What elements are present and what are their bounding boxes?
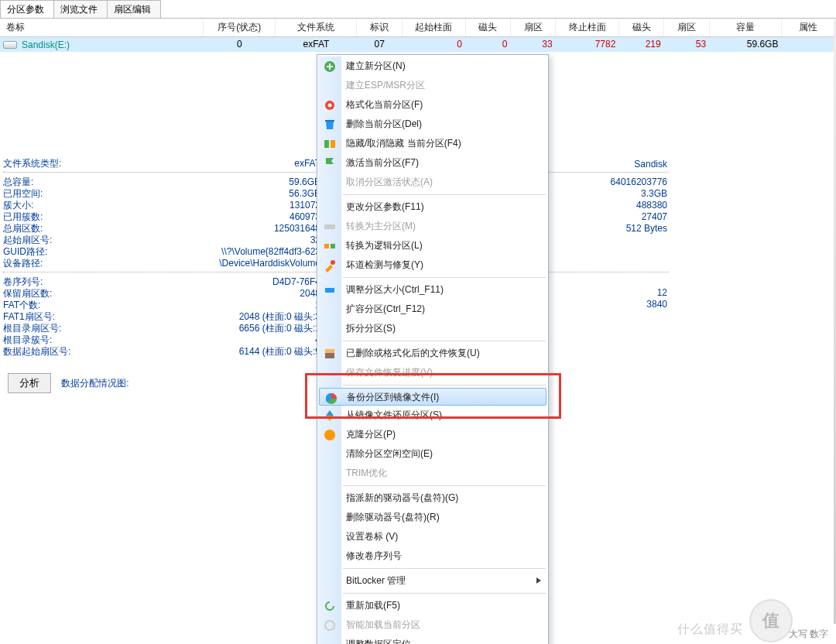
convert-icon (323, 220, 337, 234)
svg-rect-3 (325, 120, 334, 122)
hide-icon (323, 137, 337, 151)
tab-partition-params[interactable]: 分区参数 (0, 0, 54, 18)
svg-point-2 (328, 104, 332, 108)
svg-rect-5 (331, 140, 335, 148)
recover-icon (323, 347, 337, 361)
svg-rect-12 (325, 349, 334, 353)
menu-set-label[interactable]: 设置卷标 (V) (318, 527, 547, 546)
menu-new-partition[interactable]: 建立新分区(N) (318, 57, 547, 76)
menu-save-progress: 保存文件恢复进度(V) (318, 363, 547, 382)
menu-split[interactable]: 拆分分区(S) (318, 319, 547, 338)
svg-point-9 (331, 260, 335, 265)
chevron-right-icon (536, 577, 541, 584)
menu-clone[interactable]: 克隆分区(P) (318, 425, 547, 444)
menu-change-serial[interactable]: 修改卷序列号 (318, 546, 547, 566)
menu-to-primary: 转换为主分区(M) (318, 217, 547, 236)
menu-esp-msr: 建立ESP/MSR分区 (318, 76, 547, 95)
trash-icon (323, 118, 337, 132)
reload-icon (323, 618, 337, 632)
top-tab-bar: 分区参数 浏览文件 扇区编辑 (0, 0, 836, 19)
watermark-badge: 值 (749, 599, 793, 642)
menu-assign-letter[interactable]: 指派新的驱动器号(盘符)(G) (318, 488, 547, 508)
pie-icon (324, 392, 338, 406)
menu-activate[interactable]: 激活当前分区(F7) (318, 153, 547, 173)
menu-bitlocker[interactable]: BitLocker 管理 (318, 571, 547, 591)
table-header: 卷标 序号(状态)文件系统标识 起始柱面磁头扇区 终止柱面磁头扇区 容量属性 (0, 19, 836, 37)
resize-icon (323, 283, 337, 297)
analyze-button[interactable]: 分析 (8, 373, 51, 393)
menu-remove-letter[interactable]: 删除驱动器号(盘符)(R) (318, 508, 547, 527)
menu-format[interactable]: 格式化当前分区(F) (318, 95, 547, 115)
status-text: 大写 数字 (789, 628, 828, 641)
gear-icon (323, 98, 337, 112)
restore-icon (323, 409, 337, 423)
menu-resize[interactable]: 调整分区大小(Ctrl_F11) (318, 280, 547, 300)
menu-bad-sector[interactable]: 坏道检测与修复(Y) (318, 255, 547, 275)
table-row[interactable]: Sandisk(E:) 0 exFAT 07 0 0 33 7782 219 5… (0, 37, 836, 52)
menu-reload[interactable]: 重新加载(F5) (318, 596, 547, 615)
reload-icon (323, 599, 337, 613)
svg-point-14 (324, 430, 335, 440)
allocation-chart-label: 数据分配情况图: (61, 378, 128, 389)
svg-rect-6 (324, 224, 335, 229)
svg-point-15 (325, 621, 334, 630)
menu-restore-from-image[interactable]: 从镜像文件还原分区(S) (318, 406, 547, 425)
info-right-column: Sandisk 64016203776 3.3GB 488380 27407 5… (559, 159, 667, 310)
wrench-icon (323, 259, 337, 272)
svg-rect-11 (325, 353, 334, 358)
disk-icon (3, 41, 17, 49)
svg-rect-8 (331, 244, 335, 248)
flag-icon (323, 156, 337, 170)
watermark-text: 什么值得买 (677, 622, 743, 638)
plus-icon (323, 60, 337, 74)
svg-rect-7 (324, 244, 329, 248)
context-menu: 建立新分区(N) 建立ESP/MSR分区 格式化当前分区(F) 删除当前分区(D… (317, 54, 549, 644)
convert-icon (323, 239, 337, 253)
menu-change-params[interactable]: 更改分区参数(F11) (318, 197, 547, 217)
menu-adjust-data-region[interactable]: 调整数据区定位 (318, 635, 547, 644)
menu-hide[interactable]: 隐藏/取消隐藏 当前分区(F4) (318, 134, 547, 153)
clone-icon (323, 428, 337, 442)
partition-table[interactable]: 卷标 序号(状态)文件系统标识 起始柱面磁头扇区 终止柱面磁头扇区 容量属性 S… (0, 19, 836, 52)
menu-trim: TRIM优化 (318, 464, 547, 483)
menu-recover-files[interactable]: 已删除或格式化后的文件恢复(U) (318, 344, 547, 363)
menu-deactivate: 取消分区激活状态(A) (318, 173, 547, 192)
volume-name: Sandisk(E:) (22, 39, 70, 50)
tab-sector-edit[interactable]: 扇区编辑 (107, 0, 161, 18)
svg-rect-4 (324, 140, 329, 148)
menu-extend[interactable]: 扩容分区(Ctrl_F12) (318, 300, 547, 319)
tab-browse-files[interactable]: 浏览文件 (53, 0, 108, 18)
menu-to-logical[interactable]: 转换为逻辑分区(L) (318, 236, 547, 255)
svg-rect-10 (325, 288, 334, 293)
menu-smart-load: 智能加载当前分区 (318, 615, 547, 635)
menu-delete[interactable]: 删除当前分区(Del) (318, 115, 547, 134)
menu-backup-to-image[interactable]: 备份分区到镜像文件(I) (319, 388, 546, 406)
menu-wipe-free[interactable]: 清除分区空闲空间(E) (318, 444, 547, 464)
